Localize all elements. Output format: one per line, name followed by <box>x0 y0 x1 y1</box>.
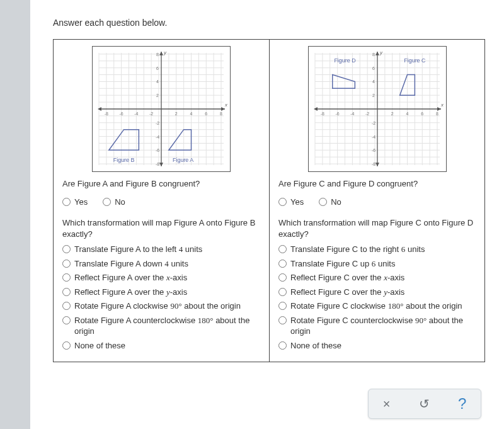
left-transform-label-5: Rotate Figure A counterclockwise 180° ab… <box>74 315 260 337</box>
right-transform-option-4[interactable]: Rotate Figure C clockwise 180° about the… <box>278 300 476 312</box>
right-transform-option-3[interactable]: Reflect Figure C over the y-axis <box>278 287 476 298</box>
right-transform-radio-0[interactable] <box>278 245 287 253</box>
svg-text:-2: -2 <box>365 112 369 116</box>
reset-button[interactable]: ↺ <box>414 394 435 414</box>
right-transform-question: Which transformation will map Figure C o… <box>278 217 476 240</box>
right-no-option[interactable]: No <box>319 197 341 208</box>
left-transform-option-3[interactable]: Reflect Figure A over the y-axis <box>62 287 260 298</box>
svg-marker-38 <box>98 107 101 111</box>
right-transform-label-3: Reflect Figure C over the y-axis <box>290 287 476 298</box>
svg-text:8: 8 <box>220 112 222 116</box>
right-transform-option-2[interactable]: Reflect Figure C over the x-axis <box>278 272 476 283</box>
left-transform-radio-6[interactable] <box>62 341 71 350</box>
svg-text:2: 2 <box>156 93 159 98</box>
svg-text:Figure C: Figure C <box>404 57 426 64</box>
right-transform-option-5[interactable]: Rotate Figure C counterclockwise 90° abo… <box>278 315 476 337</box>
right-transform-radio-3[interactable] <box>278 288 287 296</box>
right-transform-option-0[interactable]: Translate Figure C to the right 6 units <box>278 244 476 255</box>
svg-text:x: x <box>224 102 228 108</box>
svg-marker-58 <box>109 130 139 151</box>
svg-text:2: 2 <box>391 112 393 116</box>
svg-text:2: 2 <box>372 93 375 98</box>
svg-text:2: 2 <box>175 112 178 116</box>
right-transform-label-0: Translate Figure C to the right 6 units <box>290 244 476 255</box>
left-transform-label-1: Translate Figure A down 4 units <box>74 258 260 270</box>
left-transform-label-6: None of these <box>74 340 260 352</box>
left-transform-radio-2[interactable] <box>62 273 71 282</box>
right-transform-radio-4[interactable] <box>278 302 287 310</box>
svg-text:-6: -6 <box>335 112 339 116</box>
svg-text:8: 8 <box>372 52 375 57</box>
left-congruent-question: Are Figure A and Figure B congruent? <box>62 178 260 190</box>
svg-text:4: 4 <box>156 79 159 84</box>
close-button[interactable]: × <box>378 394 396 414</box>
right-yes-option[interactable]: Yes <box>278 197 304 208</box>
left-transform-radio-5[interactable] <box>62 316 71 324</box>
left-transform-radio-4[interactable] <box>62 302 71 310</box>
svg-text:-6: -6 <box>371 148 375 152</box>
right-graph-wrap: -8-6-4-2 2468 8642 -2-4-6-8 x y Figure D… <box>278 46 476 172</box>
left-transform-option-4[interactable]: Rotate Figure A clockwise 90° about the … <box>62 300 260 312</box>
right-graph: -8-6-4-2 2468 8642 -2-4-6-8 x y Figure D… <box>308 46 447 172</box>
question-table: -8-6-4-2 2468 8642 -2-4-6-8 x y Figure B… <box>53 39 485 362</box>
svg-text:-4: -4 <box>134 112 138 116</box>
right-transform-label-6: None of these <box>290 340 476 352</box>
svg-text:-2: -2 <box>149 112 153 116</box>
left-congruent-options: Yes No <box>62 193 260 211</box>
svg-marker-37 <box>159 163 163 166</box>
right-yes-radio[interactable] <box>278 198 287 206</box>
left-graph: -8-6-4-2 2468 8642 -2-4-6-8 x y Figure B… <box>92 46 231 172</box>
right-transform-radio-2[interactable] <box>278 273 287 282</box>
svg-marker-57 <box>169 130 192 151</box>
svg-text:-2: -2 <box>371 121 375 125</box>
right-transform-option-6[interactable]: None of these <box>278 340 476 352</box>
svg-text:-2: -2 <box>156 121 159 125</box>
right-transform-radio-5[interactable] <box>278 316 287 324</box>
right-transform-label-2: Reflect Figure C over the x-axis <box>290 272 476 283</box>
svg-text:8: 8 <box>436 112 438 116</box>
left-yes-radio[interactable] <box>62 198 71 206</box>
right-transform-options: Translate Figure C to the right 6 unitsT… <box>278 244 476 351</box>
left-no-label: No <box>115 197 125 208</box>
svg-marker-36 <box>159 52 163 55</box>
right-yes-label: Yes <box>290 197 304 208</box>
help-button[interactable]: ? <box>453 392 471 415</box>
instruction-text: Answer each question below. <box>53 18 485 28</box>
action-bar: × ↺ ? <box>368 389 481 419</box>
left-transform-option-1[interactable]: Translate Figure A down 4 units <box>62 258 260 270</box>
left-no-radio[interactable] <box>103 198 111 206</box>
left-transform-option-0[interactable]: Translate Figure A to the left 4 units <box>62 244 260 255</box>
left-transform-radio-1[interactable] <box>62 260 71 268</box>
right-transform-option-1[interactable]: Translate Figure C up 6 units <box>278 258 476 270</box>
right-transform-radio-6[interactable] <box>278 341 287 350</box>
svg-text:6: 6 <box>372 66 375 71</box>
svg-text:6: 6 <box>156 66 159 71</box>
right-congruent-question: Are Figure C and Figure D congruent? <box>278 178 476 190</box>
left-yes-option[interactable]: Yes <box>62 197 88 208</box>
left-transform-option-6[interactable]: None of these <box>62 340 260 352</box>
svg-text:8: 8 <box>156 52 159 57</box>
right-transform-radio-1[interactable] <box>278 260 287 268</box>
left-transform-label-2: Reflect Figure A over the x-axis <box>74 272 260 283</box>
left-yes-label: Yes <box>74 197 88 208</box>
left-transform-option-5[interactable]: Rotate Figure A counterclockwise 180° ab… <box>62 315 260 337</box>
svg-text:-8: -8 <box>105 112 108 116</box>
svg-text:Figure A: Figure A <box>173 157 193 163</box>
right-no-radio[interactable] <box>319 198 327 206</box>
svg-text:Figure D: Figure D <box>334 57 355 64</box>
right-transform-label-5: Rotate Figure C counterclockwise 90° abo… <box>290 315 476 337</box>
left-transform-option-2[interactable]: Reflect Figure A over the x-axis <box>62 272 260 283</box>
svg-text:-8: -8 <box>320 112 324 116</box>
svg-text:-4: -4 <box>350 112 354 116</box>
left-transform-question: Which transformation will map Figure A o… <box>62 217 260 240</box>
svg-text:-8: -8 <box>371 162 375 166</box>
svg-text:y: y <box>163 50 167 55</box>
left-transform-radio-0[interactable] <box>62 245 71 253</box>
svg-text:4: 4 <box>406 112 408 116</box>
left-transform-radio-3[interactable] <box>62 288 71 296</box>
right-column: -8-6-4-2 2468 8642 -2-4-6-8 x y Figure D… <box>269 40 484 362</box>
left-transform-label-3: Reflect Figure A over the y-axis <box>74 287 260 298</box>
svg-text:-6: -6 <box>120 112 123 116</box>
left-no-option[interactable]: No <box>103 197 125 208</box>
svg-marker-99 <box>314 107 318 111</box>
